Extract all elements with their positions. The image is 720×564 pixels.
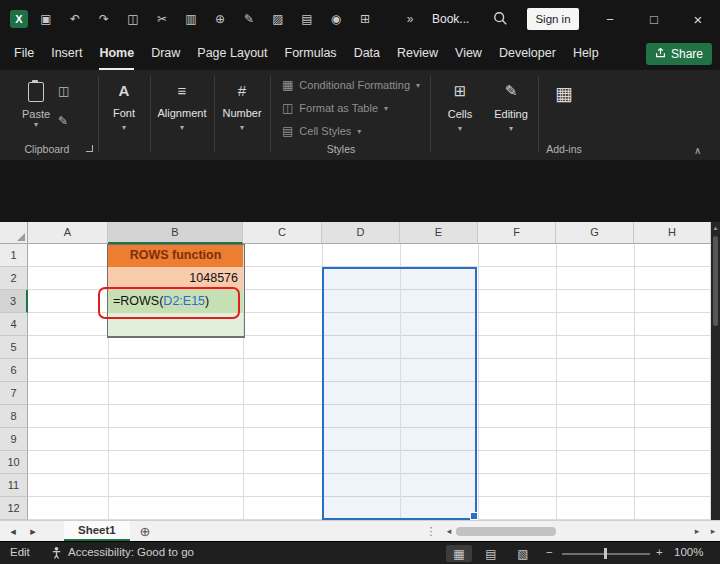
sign-in-button[interactable]: Sign in [527, 8, 579, 30]
menu-tab-page-layout[interactable]: Page Layout [197, 38, 267, 70]
clipboard-dialog-launcher-icon[interactable] [86, 145, 93, 152]
cell-B1[interactable]: ROWS function [108, 244, 243, 267]
zoom-out-button[interactable]: − [546, 546, 553, 558]
search-icon[interactable] [493, 11, 508, 30]
row-header-6[interactable]: 6 [0, 359, 28, 382]
page-layout-view-icon[interactable]: ▤ [478, 545, 504, 562]
draw-icon[interactable]: ✎ [237, 0, 261, 38]
save-icon[interactable]: ▣ [34, 0, 58, 38]
accessibility-status[interactable]: Accessibility: Good to go [68, 546, 194, 558]
document-icon[interactable]: ▤ [295, 0, 319, 38]
undo-icon[interactable]: ↶ [63, 0, 87, 38]
conditional-formatting-button[interactable]: ▦ Conditional Formatting ▾ [282, 78, 420, 92]
column-header-B[interactable]: B [108, 222, 243, 244]
row-header-4[interactable]: 4 [0, 313, 28, 336]
column-header-E[interactable]: E [400, 222, 478, 244]
cell-B3-formula-range: D2:E15 [163, 294, 205, 308]
cell-B3-editing[interactable]: =ROWS(D2:E15) [108, 290, 243, 313]
fill-handle[interactable] [470, 512, 478, 520]
menu-tab-data[interactable]: Data [354, 38, 380, 70]
group-divider [98, 76, 99, 152]
menu-tab-review[interactable]: Review [397, 38, 438, 70]
sheet-tab-sheet1[interactable]: Sheet1 [64, 521, 130, 541]
row-header-3[interactable]: 3 [0, 290, 28, 313]
excel-app-icon[interactable]: X [10, 10, 28, 28]
menu-tab-view[interactable]: View [455, 38, 482, 70]
format-as-table-button[interactable]: ◫ Format as Table ▾ [282, 101, 388, 115]
zoom-in-button[interactable]: + [656, 546, 663, 558]
column-header-G[interactable]: G [556, 222, 634, 244]
row-header-9[interactable]: 9 [0, 428, 28, 451]
column-header-H[interactable]: H [634, 222, 711, 244]
row-header-1[interactable]: 1 [0, 244, 28, 267]
gridline-vertical [556, 244, 557, 520]
cell-styles-button[interactable]: ▤ Cell Styles ▾ [282, 124, 361, 138]
column-header-D[interactable]: D [322, 222, 400, 244]
row-header-2[interactable]: 2 [0, 267, 28, 290]
menu-tab-file[interactable]: File [14, 38, 34, 70]
maximize-button[interactable]: □ [632, 0, 676, 38]
editing-icon: ✎ [488, 82, 534, 100]
zoom-slider-thumb[interactable] [604, 548, 607, 559]
pane-right-icon[interactable]: ▸ [704, 521, 720, 541]
row-header-12[interactable]: 12 [0, 497, 28, 520]
menu-tab-home[interactable]: Home [99, 38, 134, 70]
cells-group-button[interactable]: ⊞ Cells ▾ [436, 82, 484, 133]
row-header-7[interactable]: 7 [0, 382, 28, 405]
font-group-button[interactable]: A Font ▾ [102, 82, 146, 132]
font-icon: A [102, 82, 146, 99]
alignment-caret-icon: ▾ [154, 123, 210, 132]
highlighter-icon[interactable]: ▨ [266, 0, 290, 38]
addins-icon: ▦ [542, 82, 586, 105]
row-header-10[interactable]: 10 [0, 451, 28, 474]
camera-icon[interactable]: ◉ [324, 0, 348, 38]
minimize-button[interactable]: − [588, 0, 632, 38]
menu-tab-developer[interactable]: Developer [499, 38, 556, 70]
row-header-11[interactable]: 11 [0, 474, 28, 497]
share-button[interactable]: Share [646, 43, 712, 65]
vertical-scroll-thumb[interactable] [713, 236, 718, 326]
page-break-view-icon[interactable]: ▧ [510, 545, 536, 562]
copy-icon[interactable]: ◫ [121, 0, 145, 38]
cell-B4[interactable] [108, 313, 243, 336]
number-group-button[interactable]: # Number ▾ [218, 82, 266, 132]
tabbar-splitter-icon[interactable]: ⋮ [422, 521, 440, 541]
table-icon[interactable]: ⊞ [353, 0, 377, 38]
paste-button[interactable]: Paste ▾ [22, 82, 50, 129]
format-painter-icon[interactable]: ✎ [58, 114, 68, 128]
editing-group-button[interactable]: ✎ Editing ▾ [488, 82, 534, 133]
scroll-up-icon[interactable]: ▴ [711, 222, 720, 234]
addins-button[interactable]: ▦ [542, 82, 586, 105]
menu-tab-draw[interactable]: Draw [151, 38, 180, 70]
zoom-level[interactable]: 100% [674, 546, 703, 558]
vertical-scrollbar[interactable]: ▴ [711, 222, 720, 520]
normal-view-icon[interactable]: ▦ [446, 545, 472, 562]
cells-area[interactable]: ROWS function 1048576 =ROWS(D2:E15) [28, 244, 711, 520]
redo-icon[interactable]: ↷ [92, 0, 116, 38]
group-divider [150, 76, 151, 152]
copy-button-icon[interactable]: ◫ [58, 84, 69, 98]
accessibility-icon[interactable] [50, 546, 63, 562]
column-header-C[interactable]: C [243, 222, 322, 244]
picture-icon[interactable]: ▥ [179, 0, 203, 38]
alignment-group-button[interactable]: ≡ Alignment ▾ [154, 82, 210, 132]
select-all-button[interactable] [0, 222, 28, 244]
cell-B2[interactable]: 1048576 [108, 267, 243, 290]
sheet-nav-left-icon[interactable]: ◂ [4, 521, 22, 541]
menu-tab-formulas[interactable]: Formulas [285, 38, 337, 70]
row-header-5[interactable]: 5 [0, 336, 28, 359]
link-icon[interactable]: ⊕ [208, 0, 232, 38]
cut-icon[interactable]: ✂ [150, 0, 174, 38]
column-header-A[interactable]: A [28, 222, 108, 244]
add-sheet-icon[interactable]: ⊕ [136, 521, 154, 541]
more-commands-icon[interactable]: » [398, 0, 422, 38]
menu-tab-help[interactable]: Help [573, 38, 599, 70]
horizontal-scroll-thumb[interactable] [456, 527, 556, 536]
column-header-F[interactable]: F [478, 222, 556, 244]
row-header-8[interactable]: 8 [0, 405, 28, 428]
status-bar: Edit Accessibility: Good to go ▦ ▤ ▧ − +… [0, 541, 720, 564]
menu-tab-insert[interactable]: Insert [51, 38, 82, 70]
collapse-ribbon-icon[interactable]: ∧ [694, 145, 701, 156]
close-button[interactable]: × [676, 0, 720, 38]
sheet-nav-right-icon[interactable]: ▸ [24, 521, 42, 541]
